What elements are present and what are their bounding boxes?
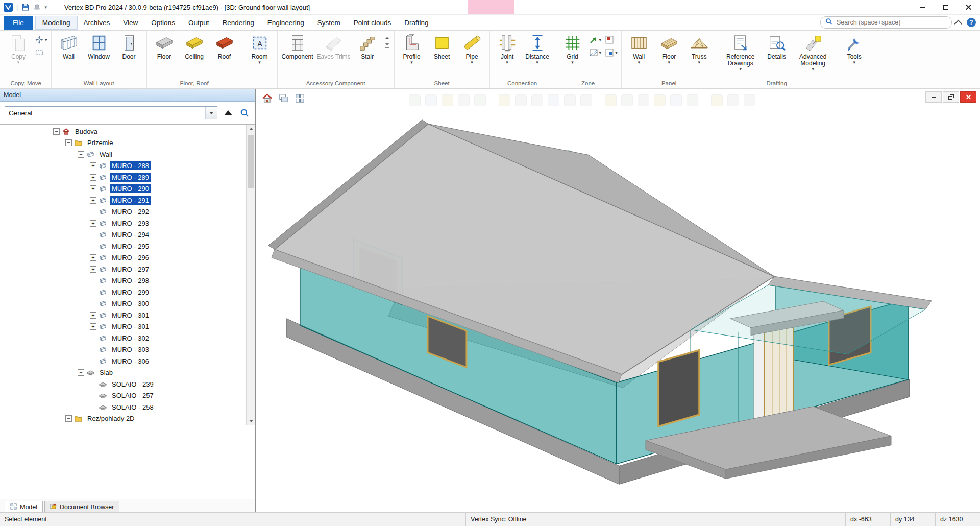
- tree-item[interactable]: −Slab: [0, 367, 247, 379]
- tab-archives[interactable]: Archives: [77, 16, 117, 29]
- tree-item[interactable]: MURO - 292: [0, 206, 247, 218]
- tab-drafting[interactable]: Drafting: [398, 16, 435, 29]
- plus-expander-icon[interactable]: +: [90, 266, 96, 273]
- tree-item[interactable]: +MURO - 293: [0, 218, 247, 229]
- zone-hatch-button[interactable]: ▾: [588, 47, 603, 58]
- zone-red-button[interactable]: [604, 34, 619, 45]
- tree-search-button[interactable]: [239, 107, 251, 119]
- tree-item[interactable]: MURO - 300: [0, 298, 247, 310]
- tree-item[interactable]: +MURO - 289: [0, 172, 247, 183]
- plus-expander-icon[interactable]: +: [90, 254, 96, 261]
- plus-expander-icon[interactable]: +: [90, 197, 96, 204]
- truss-button[interactable]: Truss▾: [684, 32, 714, 65]
- wall-button[interactable]: Wall▾: [624, 32, 654, 65]
- plus-expander-icon[interactable]: +: [90, 162, 96, 169]
- wall-button[interactable]: Wall: [54, 32, 84, 61]
- tab-modeling[interactable]: Modeling: [36, 16, 77, 29]
- sheet-button[interactable]: Sheet: [427, 32, 457, 61]
- tree-item[interactable]: MURO - 295: [0, 241, 247, 252]
- minus-expander-icon[interactable]: −: [65, 139, 72, 146]
- tree-item[interactable]: −Wall: [0, 149, 247, 160]
- scroll-down-button[interactable]: [247, 417, 255, 425]
- tree-item[interactable]: MURO - 298: [0, 275, 247, 287]
- window-button[interactable]: Window: [84, 32, 114, 61]
- tab-options[interactable]: Options: [144, 16, 182, 29]
- window-front-right[interactable]: [658, 350, 699, 426]
- panel-tab-model[interactable]: Model: [5, 501, 43, 512]
- tree-item[interactable]: MURO - 306: [0, 355, 247, 367]
- distance-button[interactable]: Distance▾: [523, 32, 552, 65]
- profile-button[interactable]: Profile▾: [397, 32, 427, 65]
- scroll-up-button[interactable]: [247, 125, 255, 133]
- tree-item[interactable]: SOLAIO - 258: [0, 401, 247, 413]
- room-button[interactable]: ARoom▾: [245, 32, 275, 65]
- tree-item[interactable]: +MURO - 301: [0, 321, 247, 333]
- 3d-house-model[interactable]: [256, 89, 980, 512]
- tree-item[interactable]: MURO - 299: [0, 286, 247, 298]
- door-button[interactable]: Door: [114, 32, 144, 61]
- viewport-3d[interactable]: [256, 89, 980, 512]
- tree-filter-dropdown[interactable]: General: [5, 106, 217, 119]
- tree-item[interactable]: MURO - 302: [0, 332, 247, 344]
- tree-item[interactable]: +MURO - 301: [0, 309, 247, 321]
- panel-tab-document-browser[interactable]: Document Browser: [44, 501, 119, 512]
- notifications-bell-icon[interactable]: [33, 4, 41, 11]
- tree-item[interactable]: SOLAIO - 239: [0, 378, 247, 390]
- marquee-button[interactable]: [34, 47, 48, 58]
- viewport-minimize-button[interactable]: [925, 91, 942, 103]
- minimize-button[interactable]: [911, 0, 934, 14]
- viewport-restore-button[interactable]: [943, 91, 959, 103]
- tree-item[interactable]: −Prizemie: [0, 137, 247, 149]
- search-box[interactable]: [820, 16, 952, 29]
- plus-expander-icon[interactable]: +: [90, 185, 96, 192]
- gallery-button[interactable]: [383, 34, 391, 55]
- tools-button[interactable]: Tools▾: [840, 32, 869, 65]
- chevron-down-icon[interactable]: ▾: [44, 5, 47, 10]
- joint-button[interactable]: Joint▾: [493, 32, 522, 65]
- save-icon[interactable]: [21, 3, 30, 11]
- details-button[interactable]: Details: [762, 32, 792, 61]
- tab-view[interactable]: View: [116, 16, 144, 29]
- dropdown-arrow-button[interactable]: [205, 107, 217, 119]
- tab-output[interactable]: Output: [182, 16, 216, 29]
- tree-item[interactable]: +MURO - 288: [0, 160, 247, 172]
- tree-item[interactable]: +MURO - 296: [0, 252, 247, 264]
- close-button[interactable]: [957, 0, 980, 14]
- home-view-button[interactable]: [260, 92, 274, 105]
- minus-expander-icon[interactable]: −: [78, 369, 84, 376]
- tab-point-clouds[interactable]: Point clouds: [347, 16, 398, 29]
- move-button[interactable]: ▾: [34, 34, 48, 45]
- plus-expander-icon[interactable]: +: [90, 312, 96, 319]
- stair-button[interactable]: Stair: [353, 32, 382, 61]
- pipe-button[interactable]: Pipe▾: [457, 32, 487, 65]
- maximize-button[interactable]: [934, 0, 957, 14]
- tab-system[interactable]: System: [311, 16, 347, 29]
- cascade-windows-button[interactable]: [277, 92, 290, 105]
- roof-button[interactable]: Roof: [210, 32, 239, 61]
- reference-drawings-button[interactable]: Reference Drawings▾: [720, 32, 762, 72]
- tree-item[interactable]: MURO - 303: [0, 344, 247, 356]
- plus-expander-icon[interactable]: +: [90, 220, 96, 227]
- zone-blue-button[interactable]: ▾: [604, 47, 619, 58]
- zone-green-button[interactable]: ▾: [588, 34, 603, 45]
- tab-file[interactable]: File: [4, 16, 33, 30]
- tab-engineering[interactable]: Engineering: [261, 16, 311, 29]
- minus-expander-icon[interactable]: −: [78, 151, 84, 158]
- tab-rendering[interactable]: Rendering: [215, 16, 260, 29]
- tree-scrollbar[interactable]: [246, 125, 255, 425]
- minus-expander-icon[interactable]: −: [65, 415, 72, 422]
- tree-item[interactable]: +MURO - 290: [0, 183, 247, 195]
- viewport-close-button[interactable]: [960, 91, 976, 103]
- tree-item[interactable]: SOLAIO - 257: [0, 390, 247, 402]
- plus-expander-icon[interactable]: +: [90, 323, 96, 330]
- tree-item[interactable]: −Rez/pohlady 2D: [0, 413, 247, 425]
- search-input[interactable]: [836, 18, 947, 27]
- tree-item[interactable]: MURO - 294: [0, 229, 247, 241]
- grid-button[interactable]: Grid▾: [558, 32, 587, 65]
- tree-item[interactable]: +MURO - 297: [0, 264, 247, 275]
- floor-button[interactable]: Floor▾: [654, 32, 684, 65]
- collapse-ribbon-chevron-icon[interactable]: [954, 19, 963, 28]
- help-icon[interactable]: ?: [967, 18, 976, 27]
- floor-button[interactable]: Floor: [150, 32, 179, 61]
- plus-expander-icon[interactable]: +: [90, 174, 96, 181]
